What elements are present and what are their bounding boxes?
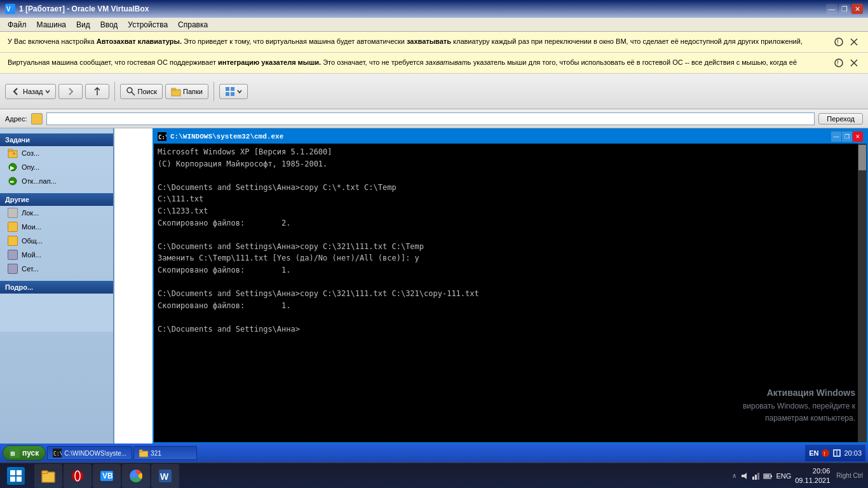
sidebar-item-network[interactable]: Сет... — [0, 262, 113, 276]
sidebar-item-local[interactable]: Лок... — [0, 206, 113, 220]
sidebar-item-create[interactable]: + Соз... — [0, 146, 113, 160]
host-app-vbox[interactable]: VB — [93, 464, 121, 488]
svg-marker-52 — [742, 473, 747, 479]
menu-machine[interactable]: Машина — [32, 19, 71, 30]
sidebar-item-publish[interactable]: ▶ Опу... — [0, 160, 113, 174]
wxp-forward-btn[interactable] — [58, 84, 83, 99]
network-icon — [8, 264, 18, 274]
back-icon — [11, 86, 21, 97]
address-folder-icon — [31, 113, 43, 125]
menu-file[interactable]: Файл — [3, 19, 32, 30]
tray-network-icon — [832, 449, 841, 458]
menu-devices[interactable]: Устройства — [123, 19, 173, 30]
host-app-word[interactable]: W — [151, 464, 179, 488]
svg-point-10 — [127, 88, 132, 93]
svg-point-2 — [835, 38, 843, 46]
cmd-task-icon: C:\ — [53, 449, 62, 458]
wxp-start-btn[interactable]: ⊞ пуск — [3, 445, 46, 461]
sidebar-details-header[interactable]: Подро... — [0, 281, 113, 294]
svg-text:C:\: C:\ — [158, 134, 166, 140]
cmd-close-btn[interactable]: ✕ — [853, 132, 863, 142]
wxp-taskbar: ⊞ пуск C:\ C:\WINDOWS\syste... 321 EN ! … — [0, 444, 868, 463]
sidebar-item-share[interactable]: ⬌ Отк...пап... — [0, 174, 113, 188]
folder-icon — [171, 86, 181, 97]
cmd-scrollbar[interactable] — [858, 144, 867, 442]
svg-rect-14 — [226, 87, 229, 91]
wxp-search-btn[interactable]: Поиск — [120, 84, 163, 99]
wxp-taskbar-cmd[interactable]: C:\ C:\WINDOWS\syste... — [47, 446, 132, 460]
wxp-back-btn[interactable]: Назад — [5, 84, 56, 99]
sidebar-item-shared[interactable]: Общ... — [0, 234, 113, 248]
svg-rect-38 — [17, 470, 22, 475]
sidebar-item-my-docs[interactable]: Мои... — [0, 220, 113, 234]
svg-text:⬌: ⬌ — [10, 179, 15, 185]
notif1-close-icon[interactable] — [848, 36, 860, 48]
wxp-taskbar-folder[interactable]: 321 — [133, 446, 197, 460]
wxp-up-btn[interactable] — [85, 84, 109, 99]
wxp-views-btn[interactable] — [219, 84, 248, 99]
notification-bar-2: Виртуальная машина сообщает, что гостева… — [0, 53, 868, 74]
tray-network-icon[interactable] — [752, 471, 761, 480]
right-ctrl-label: Right Ctrl — [836, 472, 863, 479]
tray-battery-icon[interactable] — [763, 471, 772, 480]
sidebar-details-section: Подро... — [0, 281, 113, 332]
word-icon: W — [158, 468, 173, 484]
svg-text:+: + — [12, 150, 16, 157]
sidebar-other-header[interactable]: Другие — [0, 193, 113, 206]
views-dropdown-icon — [237, 89, 242, 94]
cmd-minimize-btn[interactable]: — — [831, 132, 841, 142]
host-start-btn[interactable] — [0, 463, 32, 489]
tray-volume-icon[interactable] — [740, 471, 749, 480]
cmd-controls: — ❐ ✕ — [831, 132, 863, 142]
svg-point-33 — [822, 449, 829, 457]
forward-icon — [65, 86, 76, 97]
create-folder-icon: + — [8, 148, 18, 158]
vbox-minimize-btn[interactable]: — — [826, 4, 837, 14]
tray-icons — [740, 471, 772, 480]
toolbar-sep-2 — [214, 82, 214, 101]
explorer-icon — [41, 468, 56, 484]
publish-icon: ▶ — [8, 162, 18, 172]
svg-rect-53 — [752, 477, 754, 480]
tray-chevron[interactable]: ∧ — [732, 472, 736, 479]
host-start-icon — [7, 467, 25, 485]
cmd-titlebar: C:\ C:\WINDOWS\system32\cmd.exe — ❐ ✕ — [154, 130, 867, 144]
notif2-close-icon[interactable] — [848, 57, 860, 69]
host-app-chrome[interactable] — [122, 464, 150, 488]
vbox-restore-btn[interactable]: ❐ — [839, 4, 850, 14]
sidebar-item-my-computer[interactable]: Мой... — [0, 248, 113, 262]
details-panel — [0, 294, 113, 332]
svg-rect-16 — [226, 92, 229, 96]
opera-icon — [70, 468, 85, 484]
wxp-content-area: C:\ C:\WINDOWS\system32\cmd.exe — ❐ ✕ — [114, 128, 868, 444]
svg-text:▶: ▶ — [10, 165, 15, 171]
wxp-clock: 20:03 — [844, 449, 862, 457]
wxp-go-btn[interactable]: Переход — [818, 113, 863, 125]
vbox-app-icon: V — [5, 4, 15, 14]
virtualbox-icon: VB — [99, 468, 114, 484]
toolbar-sep-1 — [114, 82, 115, 101]
menu-input[interactable]: Ввод — [95, 19, 123, 30]
notif2-settings-icon[interactable]: ! — [832, 57, 845, 69]
sidebar-tasks-header[interactable]: Задачи — [0, 133, 113, 146]
notif1-settings-icon[interactable]: ! — [832, 36, 845, 48]
menu-view[interactable]: Вид — [71, 19, 95, 30]
cmd-output[interactable]: Microsoft Windows XP [Версия 5.1.2600] (… — [154, 144, 858, 442]
views-icon — [225, 86, 235, 97]
svg-rect-57 — [771, 475, 772, 477]
host-app-explorer[interactable] — [34, 464, 62, 488]
host-app-opera[interactable] — [64, 464, 92, 488]
vbox-close-btn[interactable]: ✕ — [851, 4, 863, 14]
svg-rect-55 — [757, 473, 759, 480]
svg-text:!: ! — [837, 60, 839, 67]
address-input[interactable] — [46, 112, 815, 125]
cmd-restore-btn[interactable]: ❐ — [842, 132, 852, 142]
share-icon: ⬌ — [8, 176, 18, 186]
notif2-text: Виртуальная машина сообщает, что гостева… — [8, 58, 797, 67]
wxp-main: Задачи + Соз... ▶ Опу... ⬌ Отк...пап... — [0, 128, 868, 444]
host-time: 20:06 09.11.2021 — [795, 466, 830, 485]
wxp-folders-btn[interactable]: Папки — [165, 84, 208, 99]
svg-rect-13 — [172, 88, 175, 90]
menu-help[interactable]: Справка — [173, 19, 213, 30]
svg-rect-37 — [10, 470, 15, 475]
